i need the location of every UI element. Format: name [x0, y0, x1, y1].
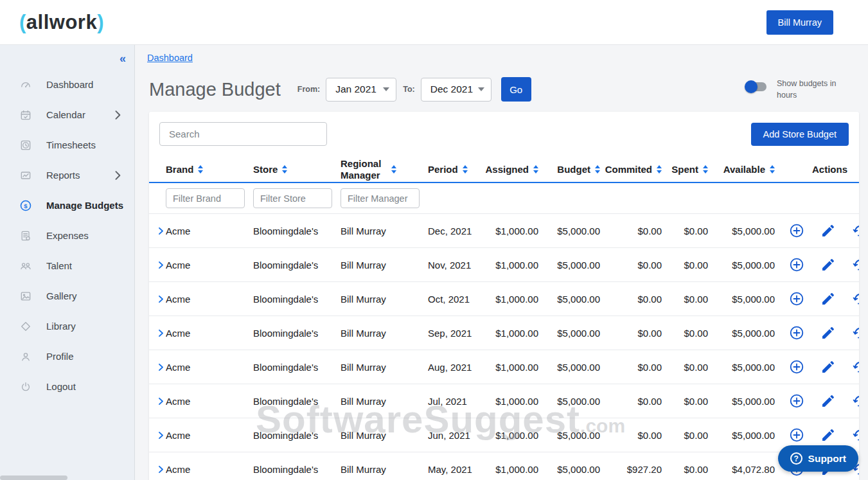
search-input[interactable] [159, 122, 327, 146]
edit-pencil-icon[interactable] [820, 223, 836, 238]
sidebar-item-gallery[interactable]: Gallery [0, 281, 134, 311]
rollover-icon[interactable] [852, 257, 859, 272]
sort-arrows-icon[interactable] [198, 165, 203, 173]
column-header-store[interactable]: Store [253, 157, 341, 182]
expand-chevron-icon[interactable] [156, 260, 166, 270]
expand-chevron-icon[interactable] [156, 431, 166, 440]
horizontal-scrollbar-thumb[interactable] [0, 476, 67, 480]
expand-chevron-icon[interactable] [156, 226, 166, 236]
edit-pencil-icon[interactable] [820, 359, 836, 375]
column-header-regional-manager[interactable]: Regional Manager [341, 157, 428, 182]
budgets-in-hours-toggle[interactable] [745, 80, 768, 93]
cell-brand: Acme [166, 248, 253, 282]
allwork-logo: (allwork) [19, 11, 104, 34]
cell-regional-manager: Bill Murray [341, 350, 428, 384]
row-expander[interactable] [149, 452, 166, 480]
cell-regional-manager: Bill Murray [341, 316, 428, 350]
rollover-icon[interactable] [852, 427, 859, 443]
sort-arrows-icon[interactable] [463, 165, 468, 173]
sidebar-item-library[interactable]: Library [0, 311, 134, 341]
cell-commited: $0.00 [600, 316, 662, 350]
filter-store-input[interactable] [253, 188, 332, 208]
add-circle-icon[interactable] [789, 223, 804, 238]
sort-arrows-icon[interactable] [770, 165, 775, 173]
rollover-icon[interactable] [852, 325, 859, 341]
column-header-available[interactable]: Available [708, 157, 775, 182]
sidebar-item-reports[interactable]: Reports [0, 160, 134, 190]
sidebar-item-dashboard[interactable]: Dashboard [0, 69, 134, 100]
breadcrumb-link-dashboard[interactable]: Dashboard [147, 53, 193, 63]
rollover-icon[interactable] [852, 359, 859, 375]
column-header-spent[interactable]: Spent [662, 157, 708, 182]
sidebar-item-label: Manage Budgets [46, 200, 124, 211]
sort-arrows-icon[interactable] [703, 165, 708, 173]
column-header-brand[interactable]: Brand [166, 157, 253, 182]
support-button[interactable]: ? Support [778, 445, 858, 472]
cell-spent: $0.00 [662, 384, 708, 418]
edit-pencil-icon[interactable] [820, 427, 836, 443]
add-store-budget-button[interactable]: Add Store Budget [751, 123, 849, 146]
expand-chevron-icon[interactable] [156, 362, 166, 372]
cell-commited: $0.00 [600, 384, 662, 418]
go-button[interactable]: Go [501, 77, 531, 102]
receipt-icon [19, 229, 32, 242]
sort-arrows-icon[interactable] [533, 165, 538, 173]
row-expander[interactable] [149, 384, 166, 418]
row-expander[interactable] [149, 350, 166, 384]
edit-pencil-icon[interactable] [820, 257, 836, 272]
table-body: Acme Bloomingdale's Bill Murray Dec, 202… [149, 214, 859, 480]
expand-chevron-icon[interactable] [156, 294, 166, 304]
sidebar-item-logout[interactable]: Logout [0, 371, 134, 402]
column-header-commited[interactable]: Commited [600, 157, 662, 182]
row-expander[interactable] [149, 282, 166, 316]
sidebar-item-expenses[interactable]: Expenses [0, 220, 134, 251]
sidebar-item-label: Profile [46, 351, 124, 362]
rollover-icon[interactable] [852, 393, 859, 409]
cell-commited: $0.00 [600, 282, 662, 316]
sort-arrows-icon[interactable] [595, 165, 600, 173]
rollover-icon[interactable] [852, 291, 859, 307]
cell-brand: Acme [166, 384, 253, 418]
table-row: Acme Bloomingdale's Bill Murray Jun, 202… [149, 418, 859, 452]
cell-available: $4,072.80 [708, 452, 775, 480]
column-header-period[interactable]: Period [428, 157, 483, 182]
column-header-assigned[interactable]: Assigned [483, 157, 538, 182]
add-circle-icon[interactable] [789, 257, 804, 272]
add-circle-icon[interactable] [789, 325, 804, 341]
to-month-select[interactable]: Dec 2021 [421, 78, 492, 102]
sort-arrows-icon[interactable] [282, 165, 287, 173]
sort-arrows-icon[interactable] [657, 165, 662, 173]
sidebar-item-label: Dashboard [46, 79, 124, 90]
sidebar-item-manage-budgets[interactable]: $ Manage Budgets [0, 190, 134, 220]
sort-arrows-icon[interactable] [391, 165, 396, 173]
row-expander[interactable] [149, 316, 166, 350]
column-header-budget[interactable]: Budget [538, 157, 600, 182]
expand-chevron-icon[interactable] [156, 328, 166, 338]
filter-manager-input[interactable] [341, 188, 420, 208]
filter-row [149, 182, 859, 214]
row-expander[interactable] [149, 214, 166, 248]
expand-chevron-icon[interactable] [156, 396, 166, 406]
sidebar-item-profile[interactable]: Profile [0, 341, 134, 371]
expand-chevron-icon[interactable] [156, 465, 166, 474]
rollover-icon[interactable] [852, 223, 859, 238]
add-circle-icon[interactable] [789, 427, 804, 443]
sidebar-item-timesheets[interactable]: Timesheets [0, 130, 134, 160]
sidebar-collapse-icon[interactable]: « [120, 53, 126, 64]
sidebar-item-talent[interactable]: Talent [0, 251, 134, 281]
from-month-select[interactable]: Jan 2021 [326, 78, 396, 102]
user-button[interactable]: Bill Murray [766, 10, 833, 35]
edit-pencil-icon[interactable] [820, 393, 836, 409]
row-expander[interactable] [149, 418, 166, 452]
cell-available: $5,000.00 [708, 418, 775, 452]
add-circle-icon[interactable] [789, 393, 804, 409]
row-expander[interactable] [149, 248, 166, 282]
people-icon [19, 260, 32, 272]
filter-brand-input[interactable] [166, 188, 245, 208]
edit-pencil-icon[interactable] [820, 325, 836, 341]
cell-spent: $0.00 [662, 418, 708, 452]
add-circle-icon[interactable] [789, 359, 804, 375]
sidebar-item-calendar[interactable]: Calendar [0, 100, 134, 130]
edit-pencil-icon[interactable] [820, 291, 836, 307]
add-circle-icon[interactable] [789, 291, 804, 307]
